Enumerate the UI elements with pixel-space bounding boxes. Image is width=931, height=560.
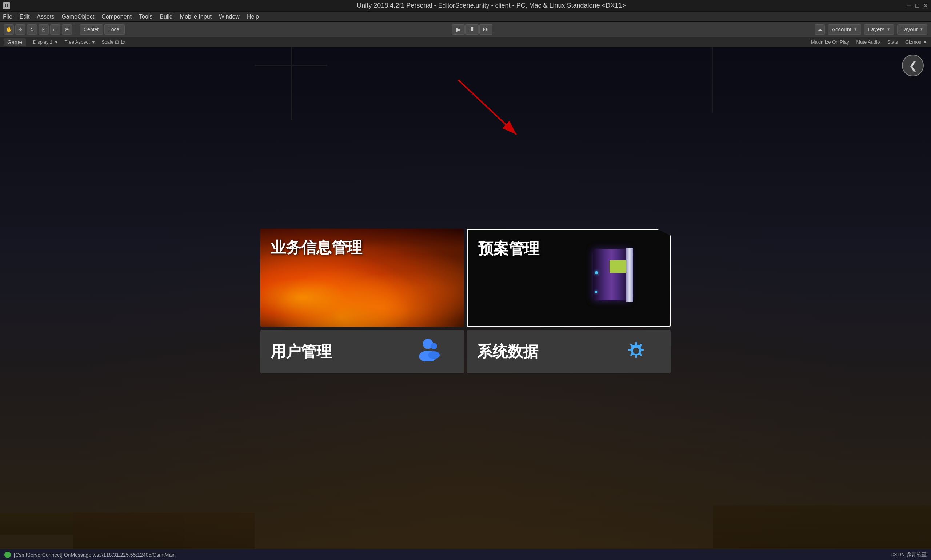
game-view: ❮ 业务信息管理 预案管理	[0, 47, 931, 549]
account-label: Account	[832, 26, 851, 32]
display-chevron-icon: ▼	[54, 39, 58, 45]
stats-option[interactable]: Stats	[887, 39, 898, 45]
scale-tool-button[interactable]: ⊡	[38, 25, 49, 35]
card-user[interactable]: 用户管理	[260, 330, 464, 374]
back-button[interactable]: ❮	[902, 55, 924, 76]
svg-point-5	[428, 351, 440, 359]
center-label: Center	[84, 26, 99, 32]
minimize-button[interactable]: ─	[907, 3, 911, 9]
pivot-tools: Center Local	[80, 25, 128, 35]
status-message: [CsmtServerConnect] OnMessage:ws://118.3…	[14, 552, 175, 558]
transform-tool-button[interactable]: ⊕	[62, 25, 72, 35]
card-system[interactable]: 系统数据	[467, 330, 671, 374]
local-button[interactable]: Local	[105, 25, 125, 35]
game-options: Display 1 ▼ Free Aspect ▼ Scale ⊡ 1x	[33, 39, 125, 45]
user-icon-svg	[417, 336, 442, 362]
account-dropdown[interactable]: Account	[828, 25, 861, 35]
menu-file[interactable]: File	[3, 14, 12, 20]
close-button[interactable]: ✕	[923, 2, 928, 9]
rect-tool-button[interactable]: ▭	[50, 25, 60, 35]
local-label: Local	[108, 26, 120, 32]
card-system-label: 系统数据	[477, 342, 538, 362]
svg-point-4	[431, 343, 437, 349]
system-data-icon	[623, 338, 649, 365]
menu-help[interactable]: Help	[247, 14, 259, 20]
game-panel-header: Game Display 1 ▼ Free Aspect ▼ Scale ⊡ 1…	[0, 37, 931, 47]
play-controls: ▶ ⏸ ⏭	[132, 25, 812, 35]
card-plan-label: 预案管理	[478, 238, 539, 259]
cylinder-dot-1	[595, 271, 598, 274]
unity-logo-icon: U	[3, 2, 10, 9]
cloud-button[interactable]: ☁	[815, 25, 825, 35]
card-plan[interactable]: 预案管理	[467, 229, 671, 327]
window-title: Unity 2018.4.2f1 Personal - EditorScene.…	[75, 2, 907, 9]
scale-label: Scale	[102, 39, 114, 45]
transform-tools: ✋ ✛ ↻ ⊡ ▭ ⊕	[4, 25, 75, 35]
menu-gameobject[interactable]: GameObject	[62, 14, 94, 20]
cylinder-dot-2	[595, 291, 597, 293]
layers-label: Layers	[868, 26, 885, 32]
aspect-option[interactable]: Free Aspect ▼	[65, 39, 95, 45]
game-tab[interactable]: Game	[4, 38, 26, 46]
menu-tools[interactable]: Tools	[139, 14, 152, 20]
aspect-label: Free Aspect	[65, 39, 89, 45]
maximize-button[interactable]: □	[916, 3, 919, 9]
menu-mobile-input[interactable]: Mobile Input	[180, 14, 212, 20]
aspect-chevron-icon: ▼	[91, 39, 96, 45]
cylinder-door	[626, 248, 633, 302]
layout-label: Layout	[901, 26, 917, 32]
card-plan-3d-object	[575, 246, 648, 318]
display-label: Display 1	[33, 39, 52, 45]
menu-edit[interactable]: Edit	[20, 14, 30, 20]
scale-icon: ⊡	[115, 39, 119, 45]
move-tool-button[interactable]: ✛	[15, 25, 25, 35]
play-button[interactable]: ▶	[452, 25, 465, 35]
maximize-on-play-option[interactable]: Maximize On Play	[811, 39, 849, 45]
right-toolbar: ☁ Account Layers Layout	[815, 25, 927, 35]
card-business-label: 业务信息管理	[271, 237, 362, 258]
gizmos-chevron-icon: ▼	[923, 39, 927, 45]
gear-icon-svg	[623, 338, 649, 364]
mute-audio-option[interactable]: Mute Audio	[856, 39, 880, 45]
display-option[interactable]: Display 1 ▼	[33, 39, 58, 45]
menu-grid: 业务信息管理 预案管理 用户管理	[260, 229, 671, 374]
scale-option[interactable]: Scale ⊡ 1x	[102, 39, 125, 45]
menu-component[interactable]: Component	[102, 14, 132, 20]
hand-tool-button[interactable]: ✋	[4, 25, 14, 35]
window-controls[interactable]: ─ □ ✕	[907, 2, 928, 9]
right-game-options: Maximize On Play Mute Audio Stats Gizmos…	[811, 39, 927, 45]
cylinder-note	[609, 260, 628, 273]
unity-status-icon	[5, 552, 11, 558]
menu-window[interactable]: Window	[219, 14, 240, 20]
rotate-tool-button[interactable]: ↻	[27, 25, 37, 35]
user-management-icon	[417, 336, 442, 367]
status-bar: [CsmtServerConnect] OnMessage:ws://118.3…	[0, 549, 931, 560]
step-button[interactable]: ⏭	[479, 25, 492, 35]
back-icon: ❮	[909, 60, 917, 72]
card-business[interactable]: 业务信息管理	[260, 229, 464, 327]
layers-dropdown[interactable]: Layers	[864, 25, 894, 35]
title-bar: U Unity 2018.4.2f1 Personal - EditorScen…	[0, 0, 931, 12]
scale-value: 1x	[120, 39, 125, 45]
menu-build[interactable]: Build	[160, 14, 173, 20]
toolbar: ✋ ✛ ↻ ⊡ ▭ ⊕ Center Local ▶ ⏸ ⏭ ☁ Account…	[0, 22, 931, 37]
card-user-label: 用户管理	[271, 342, 332, 362]
status-right-text: CSDN @青笔至	[890, 552, 926, 558]
menu-assets[interactable]: Assets	[37, 14, 54, 20]
pause-button[interactable]: ⏸	[466, 25, 479, 35]
menu-bar: File Edit Assets GameObject Component To…	[0, 12, 931, 22]
layout-dropdown[interactable]: Layout	[897, 25, 927, 35]
center-button[interactable]: Center	[80, 25, 103, 35]
gizmos-option[interactable]: Gizmos ▼	[905, 39, 927, 45]
